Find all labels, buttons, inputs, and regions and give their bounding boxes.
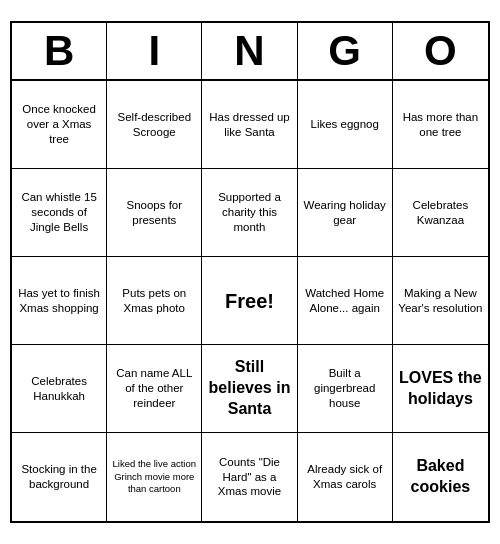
bingo-card: BINGO Once knocked over a Xmas treeSelf-… bbox=[10, 21, 490, 523]
bingo-cell-0[interactable]: Once knocked over a Xmas tree bbox=[12, 81, 107, 169]
bingo-cell-6[interactable]: Snoops for presents bbox=[107, 169, 202, 257]
bingo-cell-21[interactable]: Liked the live action Grinch movie more … bbox=[107, 433, 202, 521]
bingo-cell-3[interactable]: Likes eggnog bbox=[298, 81, 393, 169]
bingo-cell-12[interactable]: Free! bbox=[202, 257, 297, 345]
bingo-cell-23[interactable]: Already sick of Xmas carols bbox=[298, 433, 393, 521]
bingo-cell-13[interactable]: Watched Home Alone... again bbox=[298, 257, 393, 345]
bingo-cell-11[interactable]: Puts pets on Xmas photo bbox=[107, 257, 202, 345]
bingo-letter-g: G bbox=[298, 23, 393, 79]
bingo-grid: Once knocked over a Xmas treeSelf-descri… bbox=[12, 81, 488, 521]
bingo-letter-b: B bbox=[12, 23, 107, 79]
bingo-cell-4[interactable]: Has more than one tree bbox=[393, 81, 488, 169]
bingo-cell-10[interactable]: Has yet to finish Xmas shopping bbox=[12, 257, 107, 345]
bingo-cell-17[interactable]: Still believes in Santa bbox=[202, 345, 297, 433]
bingo-cell-18[interactable]: Built a gingerbread house bbox=[298, 345, 393, 433]
bingo-cell-16[interactable]: Can name ALL of the other reindeer bbox=[107, 345, 202, 433]
bingo-header: BINGO bbox=[12, 23, 488, 81]
bingo-cell-15[interactable]: Celebrates Hanukkah bbox=[12, 345, 107, 433]
bingo-cell-5[interactable]: Can whistle 15 seconds of Jingle Bells bbox=[12, 169, 107, 257]
bingo-cell-1[interactable]: Self-described Scrooge bbox=[107, 81, 202, 169]
bingo-cell-14[interactable]: Making a New Year's resolution bbox=[393, 257, 488, 345]
bingo-cell-7[interactable]: Supported a charity this month bbox=[202, 169, 297, 257]
bingo-cell-8[interactable]: Wearing holiday gear bbox=[298, 169, 393, 257]
bingo-cell-20[interactable]: Stocking in the background bbox=[12, 433, 107, 521]
bingo-letter-o: O bbox=[393, 23, 488, 79]
bingo-cell-24[interactable]: Baked cookies bbox=[393, 433, 488, 521]
bingo-letter-i: I bbox=[107, 23, 202, 79]
bingo-letter-n: N bbox=[202, 23, 297, 79]
bingo-cell-9[interactable]: Celebrates Kwanzaa bbox=[393, 169, 488, 257]
bingo-cell-2[interactable]: Has dressed up like Santa bbox=[202, 81, 297, 169]
bingo-cell-19[interactable]: LOVES the holidays bbox=[393, 345, 488, 433]
bingo-cell-22[interactable]: Counts "Die Hard" as a Xmas movie bbox=[202, 433, 297, 521]
